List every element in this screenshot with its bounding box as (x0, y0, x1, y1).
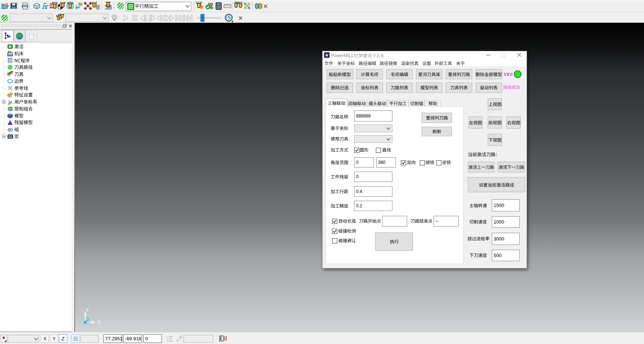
svg-text:Z: Z (86, 317, 89, 323)
svg-text:z: z (167, 340, 168, 342)
svg-text:X: X (97, 319, 100, 325)
svg-text:Y: Y (86, 307, 89, 313)
